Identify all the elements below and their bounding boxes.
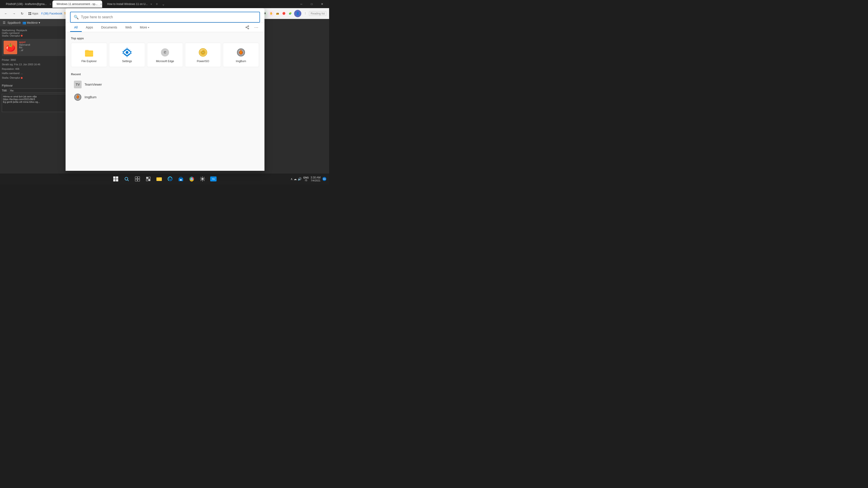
notification-badge[interactable]: 11 <box>322 177 327 181</box>
tab-more[interactable]: More ▾ <box>136 23 153 32</box>
search-overlay: 🔍 All Apps Documents Web More ▾ <box>66 8 265 171</box>
taskbar-search-button[interactable] <box>122 174 131 184</box>
taskbar-edge-button[interactable] <box>165 174 175 184</box>
recent-title: Recent <box>71 72 259 76</box>
task-view-icon <box>135 176 140 182</box>
filter-tab-actions: ⋯ <box>244 24 260 31</box>
imgburn-icon <box>236 47 246 58</box>
extension-area: 🧩 ⬇ ✋ 📻 🔴 🧩 👤 ⋮ Reading list <box>256 10 327 17</box>
quick-reply-textarea[interactable]: Hérna er smá fyrir þá sem vilja https://… <box>2 94 68 112</box>
svg-rect-37 <box>135 177 137 179</box>
chevron-down-icon: ▾ <box>148 26 149 29</box>
taskbar-chrome-button[interactable] <box>187 174 197 184</box>
forum-menu-icon: ☰ <box>3 21 6 24</box>
ext-icon-3[interactable]: ✋ <box>269 11 274 16</box>
tab-all[interactable]: All <box>70 23 82 32</box>
more-options-button[interactable]: ⋮ <box>303 11 308 16</box>
volume-icon[interactable]: 🔊 <box>298 177 302 181</box>
tab-scroll-icon[interactable]: ⌄ <box>162 2 165 6</box>
search-body: Top apps File Explorer <box>66 32 265 171</box>
notification-count: 11 <box>323 178 326 180</box>
search-input[interactable] <box>81 15 256 19</box>
svg-rect-40 <box>138 179 140 181</box>
svg-point-52 <box>202 178 203 180</box>
tab-windows11-label: Windows 11 announcement - sp... <box>57 2 97 6</box>
clock[interactable]: 3:30 AM 7/4/2021 <box>311 176 320 182</box>
teamviewer-recent-icon: TV <box>74 80 82 89</box>
recent-list: TV TeamViewer <box>71 78 259 103</box>
taskbar-chrome-icon <box>189 176 194 182</box>
more-filter-options-button[interactable]: ⋯ <box>253 24 260 31</box>
taskbar-settings-button[interactable] <box>197 174 208 184</box>
tab-gmail-label: Pósthólf (138) - krafturinn@gma... <box>6 2 47 6</box>
taskbar-store-button[interactable] <box>176 174 186 184</box>
bookmark-facebook[interactable]: f (38) Facebook <box>41 12 62 15</box>
taskbar-file-explorer-button[interactable] <box>154 174 164 184</box>
date-display: 7/4/2021 <box>311 179 320 182</box>
task-view-button[interactable] <box>132 174 143 184</box>
title-input[interactable] <box>9 89 68 93</box>
search-input-area: 🔍 <box>66 8 265 23</box>
start-button[interactable] <box>111 174 121 184</box>
tab-howtoinstall-close[interactable]: ✕ <box>150 3 152 5</box>
app-tile-settings[interactable]: Settings <box>109 43 145 67</box>
close-button[interactable]: ✕ <box>317 0 327 8</box>
share-search-button[interactable] <box>244 24 251 31</box>
new-tab-button[interactable]: + <box>154 1 160 7</box>
maximize-button[interactable]: □ <box>307 0 317 8</box>
taskbar-teamviewer-button[interactable]: TV <box>209 174 218 184</box>
tab-web-label: Web <box>125 26 132 29</box>
svg-line-36 <box>127 180 129 181</box>
tab-gmail-close[interactable]: ✕ <box>50 3 51 5</box>
settings-icon <box>122 47 132 58</box>
members-menu[interactable]: 👥 Meðlimir ▾ <box>22 21 40 24</box>
ext-extensions-btn[interactable]: 🧩 <box>288 11 293 16</box>
app-tile-poweriso[interactable]: PowerISO <box>185 43 221 67</box>
tab-apps[interactable]: Apps <box>82 23 97 32</box>
widgets-button[interactable] <box>143 174 153 184</box>
tab-howtoinstall[interactable]: How to Install Windows 11 on U... ✕ <box>103 0 153 8</box>
apps-label: Apps <box>32 12 38 15</box>
ext-icon-4[interactable]: 📻 <box>275 11 280 16</box>
quick-reply-title: Flýtisvar <box>2 84 68 87</box>
language-selector[interactable]: ENG IS <box>303 176 309 182</box>
tab-gmail[interactable]: Pósthólf (138) - krafturinn@gma... ✕ <box>2 0 52 8</box>
user-avatar-image: 🍅 <box>4 41 17 54</box>
title-row: Titill: <box>2 89 68 93</box>
svg-point-2 <box>248 28 249 29</box>
ext-icon-5[interactable]: 🔴 <box>281 11 286 16</box>
locale-label: IS <box>305 179 307 182</box>
share-icon <box>245 25 249 29</box>
svg-rect-47 <box>180 180 182 181</box>
app-tile-imgburn[interactable]: ImgBurn <box>223 43 259 67</box>
facebook-icon: f <box>41 12 42 15</box>
app-tile-edge-label: Microsoft Edge <box>156 60 174 63</box>
tab-web[interactable]: Web <box>121 23 136 32</box>
taskbar-store-icon <box>178 176 184 182</box>
forward-button[interactable]: → <box>11 10 17 17</box>
filter-tabs: All Apps Documents Web More ▾ ⋯ <box>66 23 265 32</box>
network-icon[interactable]: ☁ <box>293 177 297 181</box>
tab-apps-label: Apps <box>86 26 93 29</box>
apps-menu-button[interactable]: Apps <box>27 11 39 16</box>
app-tile-edge[interactable]: e Microsoft Edge <box>147 43 183 67</box>
user-profile-button[interactable]: 👤 <box>294 10 301 17</box>
reading-list-btn[interactable]: Reading list <box>309 11 327 16</box>
recent-item-imgburn[interactable]: ImgBurn <box>71 91 259 103</box>
app-tile-file-explorer[interactable]: File Explorer <box>71 43 107 67</box>
svg-rect-6 <box>85 51 93 56</box>
tab-documents[interactable]: Documents <box>97 23 121 32</box>
svg-line-3 <box>247 28 248 28</box>
caret-up-icon[interactable]: ∧ <box>290 177 293 181</box>
svg-point-8 <box>126 51 128 54</box>
search-box[interactable]: 🔍 <box>70 12 260 23</box>
tab-windows11-close[interactable]: ✕ <box>100 3 102 5</box>
app-tile-settings-label: Settings <box>122 60 132 63</box>
tab-bar: Pósthólf (138) - krafturinn@gma... ✕ Win… <box>0 0 329 8</box>
recent-item-teamviewer[interactable]: TV TeamViewer <box>71 78 259 90</box>
refresh-button[interactable]: ↻ <box>19 10 25 17</box>
tab-windows11[interactable]: Windows 11 announcement - sp... ✕ <box>53 0 102 8</box>
back-button[interactable]: ← <box>3 10 9 17</box>
minimize-button[interactable]: ─ <box>296 0 307 8</box>
svg-text:TV: TV <box>212 178 215 180</box>
